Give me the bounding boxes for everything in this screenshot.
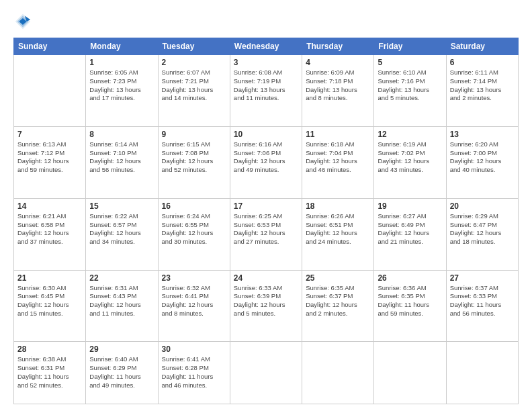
weekday-header: Saturday (446, 38, 518, 55)
calendar-day-cell: 16Sunrise: 6:24 AM Sunset: 6:55 PM Dayli… (158, 198, 230, 270)
day-info: Sunrise: 6:10 AM Sunset: 7:16 PM Dayligh… (378, 68, 442, 103)
calendar-week-row: 21Sunrise: 6:30 AM Sunset: 6:45 PM Dayli… (14, 270, 519, 342)
day-info: Sunrise: 6:19 AM Sunset: 7:02 PM Dayligh… (378, 140, 442, 175)
calendar-table: SundayMondayTuesdayWednesdayThursdayFrid… (13, 38, 519, 404)
day-number: 27 (450, 273, 515, 283)
calendar-day-cell: 30Sunrise: 6:41 AM Sunset: 6:28 PM Dayli… (158, 342, 230, 404)
calendar-day-cell: 9Sunrise: 6:15 AM Sunset: 7:08 PM Daylig… (158, 126, 230, 198)
day-number: 9 (162, 130, 226, 139)
day-number: 13 (450, 130, 515, 139)
calendar-day-cell: 8Sunrise: 6:14 AM Sunset: 7:10 PM Daylig… (86, 126, 158, 198)
calendar-day-cell: 22Sunrise: 6:31 AM Sunset: 6:43 PM Dayli… (86, 270, 158, 342)
day-info: Sunrise: 6:16 AM Sunset: 7:06 PM Dayligh… (234, 140, 298, 175)
day-number: 26 (378, 273, 442, 283)
day-info: Sunrise: 6:07 AM Sunset: 7:21 PM Dayligh… (162, 68, 226, 103)
day-number: 22 (89, 273, 154, 283)
day-info: Sunrise: 6:11 AM Sunset: 7:14 PM Dayligh… (450, 68, 515, 103)
day-info: Sunrise: 6:22 AM Sunset: 6:57 PM Dayligh… (89, 212, 154, 246)
day-info: Sunrise: 6:08 AM Sunset: 7:19 PM Dayligh… (234, 68, 298, 103)
day-number: 28 (17, 345, 82, 354)
day-info: Sunrise: 6:31 AM Sunset: 6:43 PM Dayligh… (89, 284, 154, 318)
calendar-day-cell: 17Sunrise: 6:25 AM Sunset: 6:53 PM Dayli… (230, 198, 302, 270)
day-info: Sunrise: 6:21 AM Sunset: 6:58 PM Dayligh… (17, 212, 82, 246)
day-number: 18 (306, 201, 370, 211)
calendar-day-cell: 24Sunrise: 6:33 AM Sunset: 6:39 PM Dayli… (230, 270, 302, 342)
calendar-week-row: 1Sunrise: 6:05 AM Sunset: 7:23 PM Daylig… (14, 55, 519, 127)
calendar-day-cell (14, 55, 86, 127)
day-info: Sunrise: 6:40 AM Sunset: 6:29 PM Dayligh… (89, 355, 154, 390)
day-number: 4 (306, 58, 370, 67)
day-number: 5 (378, 58, 442, 67)
day-info: Sunrise: 6:09 AM Sunset: 7:18 PM Dayligh… (306, 68, 370, 103)
day-info: Sunrise: 6:36 AM Sunset: 6:35 PM Dayligh… (378, 284, 442, 318)
day-number: 15 (89, 201, 154, 211)
day-number: 3 (234, 58, 298, 67)
calendar-day-cell: 23Sunrise: 6:32 AM Sunset: 6:41 PM Dayli… (158, 270, 230, 342)
day-info: Sunrise: 6:14 AM Sunset: 7:10 PM Dayligh… (89, 140, 154, 175)
calendar-week-row: 7Sunrise: 6:13 AM Sunset: 7:12 PM Daylig… (14, 126, 519, 198)
day-info: Sunrise: 6:18 AM Sunset: 7:04 PM Dayligh… (306, 140, 370, 175)
weekday-header: Thursday (302, 38, 374, 55)
day-number: 17 (234, 201, 298, 211)
day-number: 12 (378, 130, 442, 139)
calendar-day-cell: 20Sunrise: 6:29 AM Sunset: 6:47 PM Dayli… (446, 198, 518, 270)
logo (13, 12, 35, 31)
calendar-day-cell: 13Sunrise: 6:20 AM Sunset: 7:00 PM Dayli… (446, 126, 518, 198)
calendar-day-cell: 28Sunrise: 6:38 AM Sunset: 6:31 PM Dayli… (14, 342, 86, 404)
weekday-header-row: SundayMondayTuesdayWednesdayThursdayFrid… (14, 38, 519, 55)
day-number: 14 (17, 201, 82, 211)
day-number: 10 (234, 130, 298, 139)
weekday-header: Tuesday (158, 38, 230, 55)
day-info: Sunrise: 6:13 AM Sunset: 7:12 PM Dayligh… (17, 140, 82, 175)
day-number: 8 (89, 130, 154, 139)
day-info: Sunrise: 6:20 AM Sunset: 7:00 PM Dayligh… (450, 140, 515, 175)
day-info: Sunrise: 6:33 AM Sunset: 6:39 PM Dayligh… (234, 284, 298, 318)
day-number: 21 (17, 273, 82, 283)
weekday-header: Friday (374, 38, 446, 55)
weekday-header: Monday (86, 38, 158, 55)
calendar-day-cell: 5Sunrise: 6:10 AM Sunset: 7:16 PM Daylig… (374, 55, 446, 127)
calendar-day-cell: 18Sunrise: 6:26 AM Sunset: 6:51 PM Dayli… (302, 198, 374, 270)
calendar-day-cell: 19Sunrise: 6:27 AM Sunset: 6:49 PM Dayli… (374, 198, 446, 270)
calendar-day-cell (302, 342, 374, 404)
day-info: Sunrise: 6:05 AM Sunset: 7:23 PM Dayligh… (89, 68, 154, 103)
day-info: Sunrise: 6:15 AM Sunset: 7:08 PM Dayligh… (162, 140, 226, 175)
calendar-day-cell: 14Sunrise: 6:21 AM Sunset: 6:58 PM Dayli… (14, 198, 86, 270)
day-number: 1 (89, 58, 154, 67)
calendar-day-cell (374, 342, 446, 404)
calendar-day-cell: 12Sunrise: 6:19 AM Sunset: 7:02 PM Dayli… (374, 126, 446, 198)
calendar-day-cell: 3Sunrise: 6:08 AM Sunset: 7:19 PM Daylig… (230, 55, 302, 127)
day-number: 25 (306, 273, 370, 283)
day-number: 30 (162, 345, 226, 354)
day-info: Sunrise: 6:41 AM Sunset: 6:28 PM Dayligh… (162, 355, 226, 390)
day-info: Sunrise: 6:35 AM Sunset: 6:37 PM Dayligh… (306, 284, 370, 318)
weekday-header: Sunday (14, 38, 86, 55)
calendar-day-cell: 26Sunrise: 6:36 AM Sunset: 6:35 PM Dayli… (374, 270, 446, 342)
calendar-day-cell: 11Sunrise: 6:18 AM Sunset: 7:04 PM Dayli… (302, 126, 374, 198)
day-info: Sunrise: 6:27 AM Sunset: 6:49 PM Dayligh… (378, 212, 442, 246)
day-number: 11 (306, 130, 370, 139)
day-number: 19 (378, 201, 442, 211)
day-number: 24 (234, 273, 298, 283)
calendar-day-cell: 29Sunrise: 6:40 AM Sunset: 6:29 PM Dayli… (86, 342, 158, 404)
day-number: 6 (450, 58, 515, 67)
weekday-header: Wednesday (230, 38, 302, 55)
calendar-day-cell: 2Sunrise: 6:07 AM Sunset: 7:21 PM Daylig… (158, 55, 230, 127)
page: SundayMondayTuesdayWednesdayThursdayFrid… (0, 0, 532, 411)
day-info: Sunrise: 6:25 AM Sunset: 6:53 PM Dayligh… (234, 212, 298, 246)
calendar-day-cell: 15Sunrise: 6:22 AM Sunset: 6:57 PM Dayli… (86, 198, 158, 270)
calendar-day-cell (446, 342, 518, 404)
day-info: Sunrise: 6:26 AM Sunset: 6:51 PM Dayligh… (306, 212, 370, 246)
day-number: 20 (450, 201, 515, 211)
calendar-day-cell: 6Sunrise: 6:11 AM Sunset: 7:14 PM Daylig… (446, 55, 518, 127)
day-number: 7 (17, 130, 82, 139)
day-number: 16 (162, 201, 226, 211)
calendar-day-cell: 1Sunrise: 6:05 AM Sunset: 7:23 PM Daylig… (86, 55, 158, 127)
calendar-day-cell: 4Sunrise: 6:09 AM Sunset: 7:18 PM Daylig… (302, 55, 374, 127)
calendar-day-cell: 25Sunrise: 6:35 AM Sunset: 6:37 PM Dayli… (302, 270, 374, 342)
calendar-day-cell: 7Sunrise: 6:13 AM Sunset: 7:12 PM Daylig… (14, 126, 86, 198)
day-info: Sunrise: 6:38 AM Sunset: 6:31 PM Dayligh… (17, 355, 82, 390)
day-info: Sunrise: 6:32 AM Sunset: 6:41 PM Dayligh… (162, 284, 226, 318)
logo-icon (13, 12, 32, 31)
header (13, 12, 519, 31)
